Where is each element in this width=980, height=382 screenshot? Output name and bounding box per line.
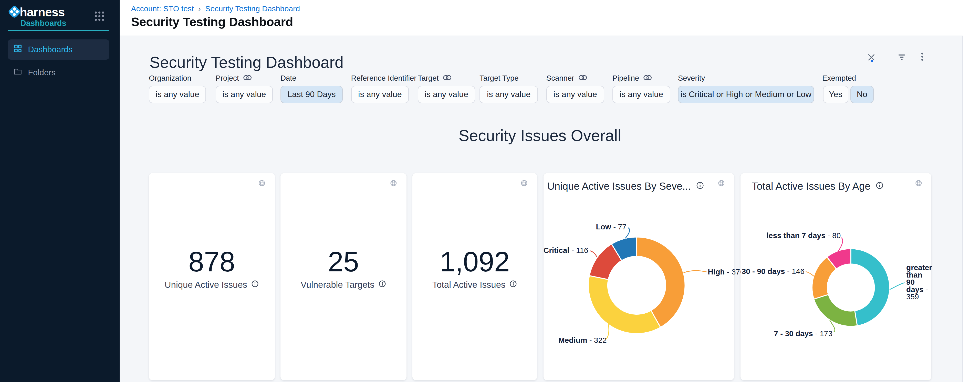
stat-label: Total Active Issues	[412, 280, 537, 290]
globe-icon[interactable]	[390, 178, 397, 189]
dashboards-icon	[13, 44, 22, 55]
harness-logo-icon[interactable]	[8, 6, 20, 17]
filter-label: Target	[418, 74, 451, 82]
filter-value-date[interactable]: Last 90 Days	[280, 86, 343, 103]
sidebar-divider	[8, 30, 109, 31]
breadcrumb-dashboard[interactable]: Security Testing Dashboard	[205, 4, 300, 13]
card-total-active-issues: 1,092 Total Active Issues	[412, 173, 537, 380]
donut-label-30-90-days: 30 - 90 days - 146	[742, 267, 805, 276]
filter-label: Organization	[149, 74, 191, 82]
leader-line	[683, 271, 706, 273]
cursor-dot	[871, 60, 873, 62]
link-icon	[443, 74, 451, 82]
donut-label-7-30-days: 7 - 30 days - 173	[774, 330, 832, 338]
folder-icon	[13, 67, 22, 78]
card-unique-active-issues-by-severity: Unique Active Issues By Seve... High - 3…	[544, 173, 734, 380]
sidebar: harness Dashboards Dashboards	[0, 0, 119, 382]
stat-value: 25	[280, 248, 407, 276]
link-icon	[243, 74, 251, 82]
donut-slice-medium[interactable]	[589, 276, 660, 334]
globe-icon[interactable]	[258, 178, 266, 189]
filter-value-target[interactable]: is any value	[418, 86, 475, 103]
app-switcher-icon[interactable]	[94, 11, 105, 24]
donut-label-low: Low - 77	[596, 223, 626, 231]
stat-label: Vulnerable Targets	[280, 280, 407, 290]
info-icon[interactable]	[509, 280, 517, 290]
globe-icon[interactable]	[718, 178, 725, 189]
filter-value-scanner[interactable]: is any value	[546, 86, 604, 103]
card-total-active-issues-by-age: Total Active Issues By Age greaterthan90…	[740, 173, 931, 380]
donut-slice-greater-than-90-days[interactable]	[851, 249, 889, 326]
link-icon	[579, 74, 587, 82]
link-icon	[643, 74, 652, 82]
globe-icon[interactable]	[915, 178, 923, 189]
filter-label: Date	[280, 74, 296, 82]
filter-label: Project	[216, 74, 252, 82]
leader-line	[806, 272, 814, 276]
filter-value-reference-identifier[interactable]: is any value	[351, 86, 409, 103]
harness-logo-text: harness	[20, 5, 65, 19]
filter-label: Pipeline	[612, 74, 652, 82]
breadcrumb: Account: STO test › Security Testing Das…	[131, 4, 300, 13]
leader-line	[889, 283, 905, 290]
leader-line	[590, 250, 597, 258]
donut-label-greater-than-90-days: greaterthan90days -359	[906, 264, 933, 301]
filter-value-pipeline[interactable]: is any value	[612, 86, 670, 103]
filter-label: Scanner	[546, 74, 587, 82]
module-label: Dashboards	[20, 19, 66, 28]
sidebar-item-dashboards[interactable]: Dashboards	[8, 40, 109, 60]
close-icon[interactable]	[867, 52, 875, 63]
stat-value: 878	[149, 248, 275, 276]
kebab-menu-icon[interactable]	[920, 52, 924, 63]
filter-value-organization[interactable]: is any value	[149, 86, 206, 103]
info-icon[interactable]	[378, 280, 386, 290]
breadcrumb-account[interactable]: Account: STO test	[131, 4, 194, 13]
section-title: Security Issues Overall	[149, 127, 931, 145]
panel-title: Security Testing Dashboard	[150, 53, 344, 71]
exempted-yes-button[interactable]: Yes	[823, 86, 848, 103]
sidebar-nav: Dashboards Folders	[8, 40, 109, 83]
dashboard-panel: Security Testing Dashboard Organizationi…	[119, 36, 963, 382]
exempted-no-button[interactable]: No	[850, 86, 874, 103]
filter-label: Reference Identifier	[351, 74, 417, 82]
filter-value-target-type[interactable]: is any value	[479, 86, 538, 103]
donut-slice-7-30-days[interactable]	[814, 295, 857, 326]
donut-label-high: High - 370	[708, 268, 744, 276]
info-icon[interactable]	[251, 280, 259, 290]
filter-label: Severity	[678, 74, 705, 82]
sidebar-item-label: Folders	[28, 68, 56, 77]
page-header: Account: STO test › Security Testing Das…	[119, 0, 980, 36]
filter-value-project[interactable]: is any value	[216, 86, 273, 103]
filter-icon[interactable]	[897, 52, 906, 63]
donut-label-less-than-7-days: less than 7 days - 80	[767, 231, 841, 239]
filter-label: Exempted	[822, 74, 856, 82]
app-root: harness Dashboards Dashboards	[0, 0, 980, 382]
sidebar-item-label: Dashboards	[28, 45, 73, 54]
sidebar-item-folders[interactable]: Folders	[8, 62, 109, 82]
card-unique-active-issues: 878 Unique Active Issues	[149, 173, 275, 380]
donut-label-medium: Medium - 322	[558, 336, 607, 344]
stat-value: 1,092	[412, 248, 537, 276]
filter-value-severity[interactable]: is Critical or High or Medium or Low	[678, 86, 814, 103]
donut-label-critical: Critical - 116	[544, 246, 589, 255]
filter-label: Target Type	[479, 74, 519, 82]
globe-icon[interactable]	[520, 178, 528, 189]
breadcrumb-chevron-icon: ›	[198, 4, 201, 13]
page-title: Security Testing Dashboard	[131, 14, 293, 29]
right-scroll-gutter	[962, 36, 980, 382]
card-vulnerable-targets: 25 Vulnerable Targets	[280, 173, 407, 380]
stat-label: Unique Active Issues	[149, 280, 275, 290]
